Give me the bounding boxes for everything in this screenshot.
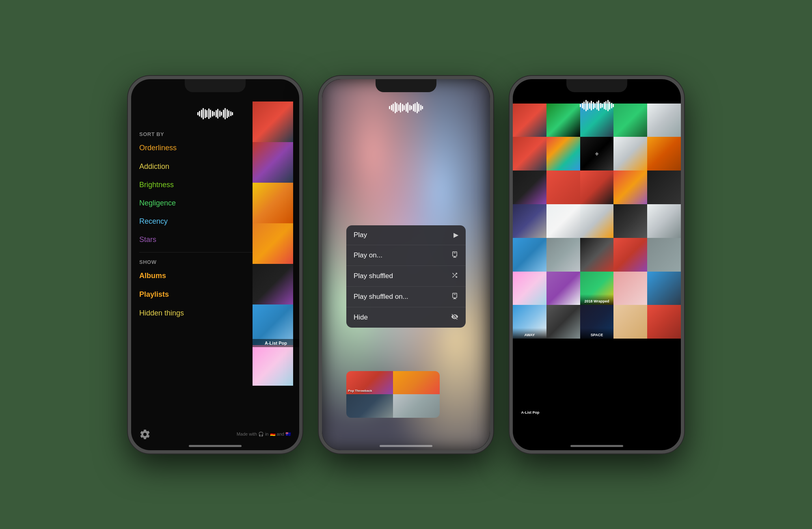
- space-label: SPACE: [580, 328, 614, 339]
- grid-cell-rare[interactable]: [546, 204, 580, 238]
- playlist-preview[interactable]: Pop Throwback: [346, 371, 440, 418]
- grid-cell-coldplay[interactable]: [546, 137, 580, 171]
- playlist-cell-2: [393, 371, 440, 395]
- album-grid: ÷: [513, 104, 681, 339]
- phone-3: ÷: [510, 76, 684, 453]
- album-thumb-1: [253, 101, 293, 142]
- sort-orderliness-label: Orderliness: [139, 144, 177, 152]
- footer-text: Made with 🎧 in 🇩🇪 and 🇦🇺: [237, 432, 291, 437]
- grid-cell-imagine2[interactable]: [647, 137, 681, 171]
- hide-icon: [451, 313, 458, 322]
- playlist-cell-4: [393, 394, 440, 418]
- grid-cell-divide[interactable]: ÷: [580, 137, 614, 171]
- airplay-icon: [451, 251, 458, 260]
- grid-cell-katy[interactable]: [546, 272, 580, 305]
- grid-cell-taylors[interactable]: [513, 238, 546, 272]
- home-indicator-1[interactable]: [189, 445, 242, 447]
- grid-cell-maroon5[interactable]: [580, 171, 614, 204]
- phone-2: Play ▶ Play on... Play shuffled: [319, 76, 493, 453]
- grid-cell-carly2[interactable]: [513, 137, 546, 171]
- menu-play-shuffled-label: Play shuffled: [354, 272, 393, 280]
- album-thumb-7: [253, 345, 293, 386]
- menu-play-shuffled-on-label: Play shuffled on...: [354, 293, 408, 301]
- phone3-header: [513, 99, 681, 112]
- menu-hide[interactable]: Hide: [346, 307, 466, 328]
- menu-play[interactable]: Play ▶: [346, 225, 466, 245]
- menu-play-label: Play: [354, 231, 367, 239]
- waveform-logo: [197, 108, 233, 120]
- menu-hide-label: Hide: [354, 313, 368, 322]
- sort-addiction-label: Addiction: [139, 162, 169, 171]
- alist-pop-label: A-List Pop: [253, 339, 299, 347]
- menu-play-on[interactable]: Play on...: [346, 245, 466, 266]
- show-playlists-label: Playlists: [139, 290, 169, 299]
- phone-2-screen: Play ▶ Play on... Play shuffled: [322, 79, 490, 450]
- phone-1-screen: SORT BY Orderliness ✓ Addiction Brightne…: [131, 79, 299, 450]
- menu-play-shuffled[interactable]: Play shuffled: [346, 266, 466, 287]
- album-thumb-3: [253, 183, 293, 223]
- airplay-icon-2: [451, 292, 458, 301]
- grid-cell-explicit[interactable]: [647, 171, 681, 204]
- grid-cell-lover[interactable]: [513, 272, 546, 305]
- album-thumb-2: [253, 142, 293, 183]
- grid-cell-shawn[interactable]: [613, 204, 647, 238]
- album-thumb-5: [253, 264, 293, 304]
- grid-cell-misc5[interactable]: [613, 305, 647, 339]
- grid-cell-misc2[interactable]: [613, 272, 647, 305]
- home-indicator-2[interactable]: [380, 445, 432, 447]
- grid-cell-imagine[interactable]: [613, 137, 647, 171]
- grid-cell-misc6[interactable]: [647, 305, 681, 339]
- settings-icon[interactable]: [139, 429, 151, 440]
- grid-cell-tina[interactable]: [513, 171, 546, 204]
- grid-cell-selena[interactable]: [580, 204, 614, 238]
- phone2-header: [389, 101, 423, 114]
- grid-cell-space[interactable]: SPACE: [580, 305, 614, 339]
- context-menu: Play ▶ Play on... Play shuffled: [346, 225, 466, 328]
- sort-brightness-label: Brightness: [139, 181, 174, 189]
- grid-cell-floral[interactable]: [613, 238, 647, 272]
- grid-cell-misc1[interactable]: [647, 238, 681, 272]
- waveform-logo-2: [389, 101, 423, 114]
- play-icon: ▶: [454, 231, 458, 239]
- shuffle-icon: [451, 272, 458, 281]
- away-label: AWAY: [513, 328, 546, 339]
- grid-cell-misc3[interactable]: [647, 272, 681, 305]
- home-indicator-3[interactable]: [570, 445, 623, 447]
- grid-cell-red[interactable]: [546, 171, 580, 204]
- wrapped-label: 2018 Wrapped: [580, 294, 614, 305]
- show-albums-label: Albums: [139, 272, 166, 280]
- grid-cell-ariana[interactable]: [513, 204, 546, 238]
- sort-negligence-label: Negligence: [139, 199, 176, 207]
- grid-cell-away[interactable]: AWAY: [513, 305, 546, 339]
- grid-cell-2018wrapped[interactable]: 2018 Wrapped: [580, 272, 614, 305]
- album-thumb-4: [253, 223, 293, 264]
- show-hidden-label: Hidden things: [139, 309, 184, 317]
- sort-recency-label: Recency: [139, 217, 168, 226]
- sort-stars-label: Stars: [139, 235, 156, 244]
- alist-pop-grid-label: A-List Pop: [513, 409, 548, 416]
- phone-1: SORT BY Orderliness ✓ Addiction Brightne…: [128, 76, 302, 453]
- menu-play-on-label: Play on...: [354, 251, 382, 259]
- menu-play-shuffled-on[interactable]: Play shuffled on...: [346, 287, 466, 307]
- phone-3-screen: ÷: [513, 79, 681, 450]
- playlist-cell-1: Pop Throwback: [346, 371, 393, 395]
- grid-cell-misc4[interactable]: [546, 305, 580, 339]
- grid-cell-overexposed[interactable]: [613, 171, 647, 204]
- grid-cell-illuminate[interactable]: [647, 204, 681, 238]
- waveform-logo-3: [580, 99, 614, 112]
- phone1-footer: Made with 🎧 in 🇩🇪 and 🇦🇺: [131, 429, 299, 440]
- playlist-cell-3: [346, 394, 393, 418]
- grid-cell-1989[interactable]: [546, 238, 580, 272]
- grid-cell-lorde[interactable]: [580, 238, 614, 272]
